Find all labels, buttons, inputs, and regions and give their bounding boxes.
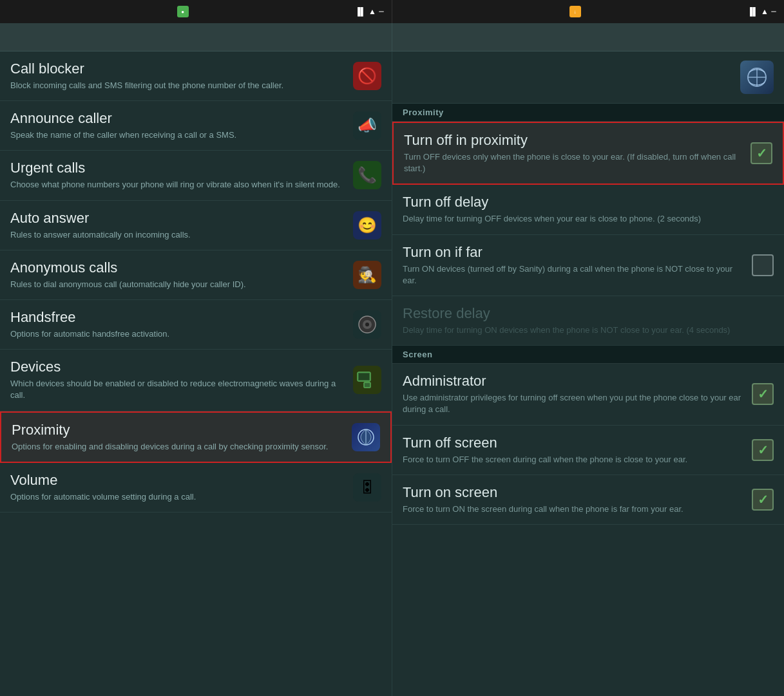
- checkbox-turn-on-screen[interactable]: [752, 489, 774, 511]
- setting-content-restore-delay: Restore delay Delay time for turning ON …: [403, 305, 774, 336]
- menu-item-desc-call-blocker: Block incoming calls and SMS filtering o…: [10, 80, 345, 91]
- menu-item-desc-announce-caller: Speak the name of the caller when receiv…: [10, 129, 345, 141]
- checkbox-turn-off-proximity[interactable]: [751, 142, 772, 164]
- setting-item-restore-delay[interactable]: Restore delay Delay time for turning ON …: [392, 296, 784, 346]
- menu-item-urgent-calls[interactable]: Urgent calls Choose what phone numbers y…: [0, 151, 392, 200]
- setting-item-turn-off-proximity[interactable]: Turn off in proximity Turn OFF devices o…: [392, 122, 784, 185]
- menu-item-call-blocker[interactable]: Call blocker Block incoming calls and SM…: [0, 52, 392, 101]
- right-battery: [771, 11, 776, 12]
- menu-item-announce-caller[interactable]: Announce caller Speak the name of the ca…: [0, 101, 392, 151]
- menu-item-handsfree[interactable]: Handsfree Options for automatic handsfre…: [0, 300, 392, 350]
- checkbox-administrator[interactable]: [752, 383, 774, 405]
- setting-item-turn-on-screen[interactable]: Turn on screen Force to turn ON the scre…: [392, 475, 784, 525]
- menu-item-title-announce-caller: Announce caller: [10, 110, 345, 127]
- svg-rect-4: [359, 373, 369, 380]
- setting-title-turn-on-screen: Turn on screen: [403, 484, 744, 501]
- setting-title-turn-off-screen: Turn off screen: [403, 435, 744, 451]
- left-panel: Call blocker Block incoming calls and SM…: [0, 52, 392, 696]
- menu-item-auto-answer[interactable]: Auto answer Rules to answer automaticall…: [0, 201, 392, 250]
- menu-item-icon-devices: [353, 366, 381, 394]
- wifi-icon: ▲: [368, 7, 376, 16]
- menu-item-title-handsfree: Handsfree: [10, 309, 345, 326]
- signal-icon: ▐▌: [355, 7, 366, 16]
- menu-item-icon-urgent-calls: 📞: [353, 161, 381, 189]
- menu-item-icon-proximity: [352, 423, 380, 451]
- setting-title-turn-on-if-far: Turn on if far: [403, 244, 744, 261]
- menu-item-content-proximity: Proximity Options for enabling and disab…: [12, 422, 344, 453]
- menu-item-devices[interactable]: Devices Which devices should be enabled …: [0, 350, 392, 411]
- menu-item-title-proximity: Proximity: [12, 422, 344, 438]
- menu-item-title-auto-answer: Auto answer: [10, 210, 345, 227]
- right-title-bar: [392, 23, 784, 52]
- setting-item-turn-on-if-far[interactable]: Turn on if far Turn ON devices (turned o…: [392, 235, 784, 296]
- checkbox-turn-off-screen[interactable]: [752, 439, 774, 461]
- setting-desc-restore-delay: Delay time for turning ON devices when t…: [403, 324, 774, 336]
- menu-item-proximity[interactable]: Proximity Options for enabling and disab…: [0, 411, 392, 463]
- setting-desc-turn-off-delay: Delay time for turning OFF devices when …: [403, 213, 774, 225]
- left-status-bar: ● ▐▌ ▲: [0, 0, 392, 23]
- menu-item-desc-anonymous-calls: Rules to dial anonymous call (automatica…: [10, 279, 345, 290]
- setting-content-administrator: Administrator Use administrator privileg…: [403, 373, 744, 415]
- setting-desc-turn-off-proximity: Turn OFF devices only when the phone is …: [404, 151, 743, 174]
- menu-item-title-urgent-calls: Urgent calls: [10, 160, 345, 176]
- menu-item-desc-devices: Which devices should be enabled or disab…: [10, 378, 345, 401]
- menu-item-content-urgent-calls: Urgent calls Choose what phone numbers y…: [10, 160, 345, 191]
- section-header-proximity-section: Proximity: [392, 104, 784, 122]
- menu-item-title-call-blocker: Call blocker: [10, 61, 345, 77]
- setting-content-turn-off-delay: Turn off delay Delay time for turning OF…: [403, 194, 774, 225]
- menu-item-icon-volume: 🎛: [353, 473, 381, 502]
- setting-desc-turn-on-if-far: Turn ON devices (turned off by Sanity) d…: [403, 263, 744, 287]
- checkbox-turn-on-if-far[interactable]: [752, 254, 774, 276]
- menu-item-desc-handsfree: Options for automatic handsfree activati…: [10, 328, 345, 340]
- setting-title-turn-off-delay: Turn off delay: [403, 194, 774, 211]
- right-panel: Proximity Turn off in proximity Turn OFF…: [392, 52, 784, 696]
- menu-item-content-announce-caller: Announce caller Speak the name of the ca…: [10, 110, 345, 141]
- setting-title-administrator: Administrator: [403, 373, 744, 390]
- status-bars: ● ▐▌ ▲ ↓ ▐▌ ▲: [0, 0, 784, 23]
- setting-content-turn-on-if-far: Turn on if far Turn ON devices (turned o…: [403, 244, 744, 287]
- menu-item-icon-call-blocker: 🚫: [353, 62, 381, 90]
- menu-item-desc-auto-answer: Rules to answer automatically on incomin…: [10, 229, 345, 241]
- left-app-icon: ●: [177, 6, 189, 17]
- setting-desc-turn-off-screen: Force to turn OFF the screen during call…: [403, 454, 744, 466]
- title-bars: [0, 23, 784, 52]
- setting-item-administrator[interactable]: Administrator Use administrator privileg…: [392, 364, 784, 425]
- setting-desc-turn-on-screen: Force to turn ON the screen during call …: [403, 503, 744, 515]
- right-status-icons: ▐▌ ▲: [747, 7, 776, 16]
- app-icon: [740, 61, 774, 94]
- left-status-icons: ▐▌ ▲: [355, 7, 384, 16]
- right-wifi-icon: ▲: [761, 7, 769, 16]
- setting-content-turn-off-screen: Turn off screen Force to turn OFF the sc…: [403, 435, 744, 466]
- menu-item-desc-volume: Options for automatic volume setting dur…: [10, 491, 345, 503]
- right-signal-icon: ▐▌: [747, 7, 758, 16]
- menu-item-title-volume: Volume: [10, 472, 345, 489]
- menu-item-desc-urgent-calls: Choose what phone numbers your phone wil…: [10, 179, 345, 191]
- section-header-screen-section: Screen: [392, 346, 784, 364]
- left-menu: Call blocker Block incoming calls and SM…: [0, 52, 392, 513]
- menu-item-title-anonymous-calls: Anonymous calls: [10, 259, 345, 276]
- menu-item-title-devices: Devices: [10, 359, 345, 375]
- main-content: Call blocker Block incoming calls and SM…: [0, 52, 784, 696]
- right-app-icon: ↓: [569, 6, 581, 17]
- menu-item-content-handsfree: Handsfree Options for automatic handsfre…: [10, 309, 345, 340]
- menu-item-content-anonymous-calls: Anonymous calls Rules to dial anonymous …: [10, 259, 345, 290]
- left-battery: [379, 11, 384, 12]
- setting-title-turn-off-proximity: Turn off in proximity: [404, 132, 743, 149]
- setting-desc-administrator: Use administrator privileges for turning…: [403, 392, 744, 415]
- svg-point-2: [365, 323, 369, 326]
- menu-item-icon-auto-answer: 😊: [353, 211, 381, 240]
- setting-item-turn-off-screen[interactable]: Turn off screen Force to turn OFF the sc…: [392, 426, 784, 475]
- menu-item-content-call-blocker: Call blocker Block incoming calls and SM…: [10, 61, 345, 91]
- menu-item-volume[interactable]: Volume Options for automatic volume sett…: [0, 463, 392, 513]
- setting-content-turn-off-proximity: Turn off in proximity Turn OFF devices o…: [404, 132, 743, 174]
- left-title-bar: [0, 23, 392, 52]
- menu-item-anonymous-calls[interactable]: Anonymous calls Rules to dial anonymous …: [0, 250, 392, 300]
- right-status-bar: ↓ ▐▌ ▲: [392, 0, 784, 23]
- setting-item-turn-off-delay[interactable]: Turn off delay Delay time for turning OF…: [392, 185, 784, 234]
- menu-item-content-volume: Volume Options for automatic volume sett…: [10, 472, 345, 503]
- right-sections: Proximity Turn off in proximity Turn OFF…: [392, 104, 784, 525]
- app-info-row: [392, 52, 784, 104]
- app-info-content: [403, 77, 732, 78]
- setting-title-restore-delay: Restore delay: [403, 305, 774, 322]
- menu-item-icon-announce-caller: 📣: [353, 111, 381, 140]
